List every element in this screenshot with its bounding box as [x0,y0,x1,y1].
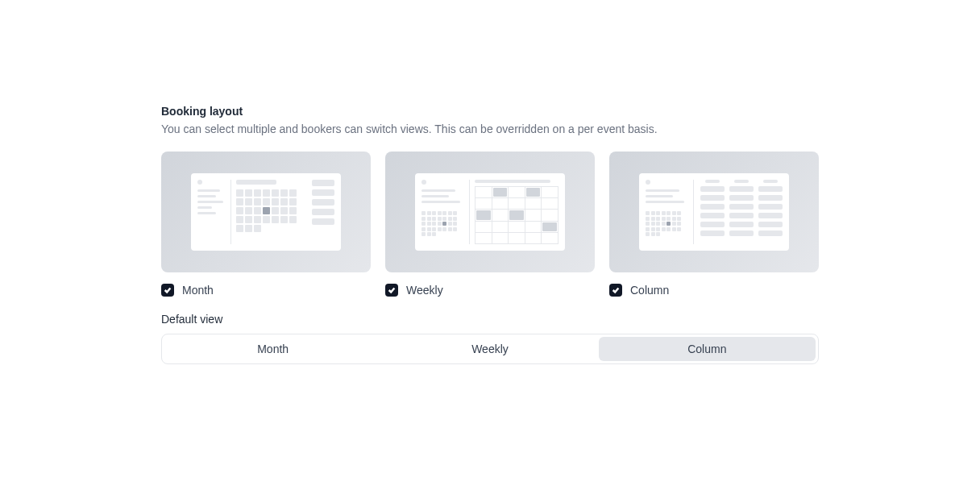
booking-layout-section: Booking layout You can select multiple a… [161,105,819,364]
checkbox-label-column[interactable]: Column [630,284,669,297]
layout-preview-month[interactable] [161,152,371,272]
checkbox-label-weekly[interactable]: Weekly [406,284,443,297]
checkbox-month[interactable] [161,284,174,297]
checkbox-row-column: Column [609,284,819,297]
preview-sidebar [646,180,694,244]
preview-window [415,173,565,251]
check-icon [612,286,620,294]
preview-window [639,173,789,251]
section-description: You can select multiple and bookers can … [161,122,819,135]
checkbox-row-weekly: Weekly [385,284,595,297]
layout-card-column: Column [609,152,819,297]
layout-preview-column[interactable] [609,152,819,272]
checkbox-column[interactable] [609,284,622,297]
preview-window [191,173,341,251]
preview-sidebar [197,180,231,244]
layout-options-group: Month [161,152,819,297]
default-view-segmented: Month Weekly Column [161,334,819,364]
preview-sidebar [421,180,470,244]
layout-card-month: Month [161,152,371,297]
segment-month[interactable]: Month [164,337,381,361]
week-grid-icon [470,180,559,244]
segment-column[interactable]: Column [599,337,816,361]
layout-preview-weekly[interactable] [385,152,595,272]
check-icon [388,286,396,294]
segment-weekly[interactable]: Weekly [381,337,598,361]
section-title: Booking layout [161,105,819,118]
checkbox-row-month: Month [161,284,371,297]
checkbox-label-month[interactable]: Month [182,284,214,297]
month-grid-icon [231,180,309,244]
time-slots-icon [309,180,334,244]
check-icon [164,286,172,294]
checkbox-weekly[interactable] [385,284,398,297]
layout-card-weekly: Weekly [385,152,595,297]
default-view-label: Default view [161,313,819,326]
column-grid-icon [694,180,783,244]
